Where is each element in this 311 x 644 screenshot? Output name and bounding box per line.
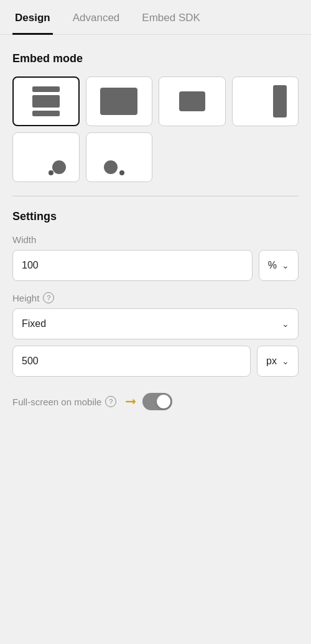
height-unit-chevron-icon: ⌄ — [282, 356, 289, 366]
width-unit-select[interactable]: % ⌄ — [259, 250, 299, 281]
width-input[interactable] — [12, 250, 253, 281]
side-right-icon — [243, 85, 287, 117]
tab-advanced[interactable]: Advanced — [70, 1, 123, 35]
embed-mode-grid-row1 — [12, 76, 299, 126]
tab-design[interactable]: Design — [12, 1, 53, 35]
height-type-select[interactable]: Fixed ⌄ — [12, 308, 299, 339]
height-input[interactable] — [12, 346, 251, 377]
tab-embed-sdk[interactable]: Embed SDK — [139, 1, 203, 35]
height-help-icon[interactable]: ? — [43, 292, 54, 303]
mode-btn-inline[interactable] — [12, 76, 80, 126]
fullscreen-label: Full-screen on mobile ? — [12, 396, 116, 407]
popup-small-icon — [179, 91, 205, 111]
height-unit-select[interactable]: px ⌄ — [257, 346, 299, 377]
arrow-icon: ➞ — [125, 393, 136, 410]
fullscreen-toggle[interactable] — [142, 393, 172, 410]
mode-btn-popup-full[interactable] — [86, 76, 153, 126]
fullscreen-row: Full-screen on mobile ? ➞ — [12, 388, 299, 410]
bottom-left-icon — [98, 139, 140, 175]
section-divider — [12, 196, 299, 196]
height-type-chevron-icon: ⌄ — [282, 319, 289, 329]
bottom-right-icon — [25, 139, 67, 175]
width-row: % ⌄ — [12, 250, 299, 281]
width-label: Width — [12, 234, 299, 245]
fullscreen-help-icon[interactable]: ? — [105, 396, 116, 407]
popup-full-icon — [100, 88, 137, 115]
embed-mode-grid-row2 — [12, 132, 299, 182]
height-row: px ⌄ — [12, 346, 299, 377]
settings-title: Settings — [12, 210, 299, 223]
tab-bar: Design Advanced Embed SDK — [0, 0, 311, 35]
mode-btn-popup-small[interactable] — [159, 76, 226, 126]
embed-mode-title: Embed mode — [12, 52, 299, 65]
inline-icon — [32, 86, 60, 116]
main-content: Embed mode — [0, 35, 311, 423]
toggle-knob — [157, 395, 170, 408]
width-unit-chevron-icon: ⌄ — [282, 260, 289, 270]
mode-btn-bottom-left[interactable] — [86, 132, 153, 182]
mode-btn-bottom-right[interactable] — [12, 132, 80, 182]
height-label: Height ? — [12, 292, 299, 303]
mode-btn-side-right[interactable] — [232, 76, 299, 126]
